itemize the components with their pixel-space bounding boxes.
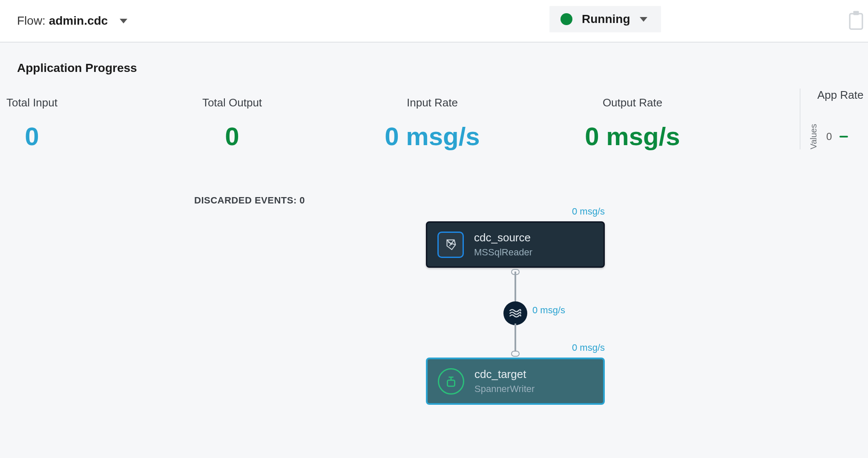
metric-label: Output Rate [532, 96, 733, 109]
node-rate-label: 0 msg/s [572, 342, 605, 353]
metric-label: Total Output [132, 96, 332, 109]
chevron-down-icon [640, 17, 647, 22]
content-area: Application Progress Total Input 0 Total… [0, 43, 868, 458]
metric-value: 0 msg/s [532, 124, 733, 149]
node-subtitle: MSSqlReader [474, 247, 532, 258]
metric-label: Input Rate [332, 96, 532, 109]
flow-label: Flow: [17, 14, 49, 27]
topbar: Flow: admin.cdc Running [0, 0, 868, 43]
chevron-down-icon [120, 19, 127, 23]
flow-node-target[interactable]: cdc_target SpannerWriter [426, 358, 605, 405]
svg-rect-2 [448, 380, 455, 386]
connector-port-icon [511, 351, 520, 357]
app-rate-sparkline [839, 136, 848, 137]
node-title: cdc_target [474, 368, 535, 381]
connector-line [514, 323, 516, 354]
connector-line [514, 272, 516, 302]
node-title: cdc_source [474, 231, 532, 244]
spanner-icon [438, 368, 464, 395]
flow-name: admin.cdc [49, 14, 108, 27]
node-subtitle: SpannerWriter [474, 384, 535, 395]
flow-selector[interactable]: Flow: admin.cdc [17, 14, 127, 28]
metric-label: Total Input [0, 96, 132, 109]
flow-node-stream[interactable] [503, 301, 527, 325]
svg-rect-0 [850, 14, 862, 29]
mssql-icon [437, 232, 464, 258]
svg-rect-1 [853, 11, 859, 15]
app-rate-panel: App Rate Values 0 [800, 89, 868, 149]
metric-value: 0 [0, 124, 132, 149]
status-selector[interactable]: Running [549, 6, 661, 32]
stream-rate-label: 0 msg/s [532, 305, 565, 316]
section-title: Application Progress [17, 61, 851, 75]
status-indicator-icon [560, 13, 572, 25]
metric-total-output: Total Output 0 [132, 96, 332, 149]
metric-value: 0 [132, 124, 332, 149]
metrics-row: Total Input 0 Total Output 0 Input Rate … [17, 96, 851, 149]
metric-output-rate: Output Rate 0 msg/s [532, 96, 733, 149]
node-rate-label: 0 msg/s [572, 206, 605, 217]
flow-node-source[interactable]: cdc_source MSSqlReader [426, 221, 605, 268]
discarded-events: Discarded events: 0 [194, 195, 305, 206]
app-rate-axis-label: Values [809, 124, 819, 149]
app-rate-value: 0 [826, 131, 832, 143]
metric-value: 0 msg/s [332, 124, 532, 149]
metric-input-rate: Input Rate 0 msg/s [332, 96, 532, 149]
app-rate-title: App Rate [809, 89, 868, 102]
status-text: Running [582, 12, 630, 26]
clipboard-icon[interactable] [848, 10, 865, 30]
metric-total-input: Total Input 0 [0, 96, 132, 149]
